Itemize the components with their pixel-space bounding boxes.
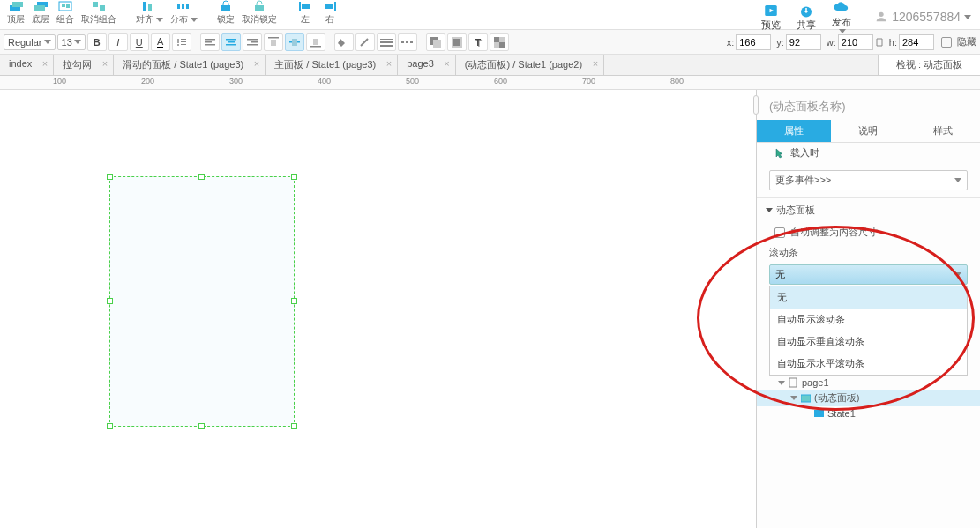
x-input[interactable] <box>736 34 771 50</box>
publish-label: 发布 <box>832 16 851 29</box>
left-button[interactable]: 左 <box>293 0 318 26</box>
scrollbar-dropdown: 无自动显示滚动条自动显示垂直滚动条自动显示水平滚动条 <box>769 286 968 376</box>
align-right-button[interactable] <box>243 33 262 51</box>
autofit-checkbox[interactable] <box>774 227 785 238</box>
unlock-button[interactable]: 取消锁定 <box>238 0 281 26</box>
resize-handle-tr[interactable] <box>291 174 297 180</box>
line-style-button[interactable] <box>398 33 417 51</box>
tab-1[interactable]: 拉勾网× <box>54 55 114 75</box>
svg-rect-45 <box>380 41 393 43</box>
inner-shadow-button[interactable] <box>447 33 467 51</box>
tab-3[interactable]: 主面板 / State1 (page3)× <box>266 55 398 75</box>
align-button[interactable]: 对齐 <box>132 0 167 26</box>
outer-shadow-button[interactable] <box>426 33 445 51</box>
resize-handle-br[interactable] <box>291 423 297 429</box>
publish-button[interactable]: 发布 <box>827 0 857 33</box>
valign-middle-button[interactable] <box>285 33 304 51</box>
svg-rect-19 <box>325 4 333 9</box>
panel-collapse-handle[interactable] <box>753 95 759 115</box>
top-layer-button[interactable]: 顶层 <box>4 0 28 26</box>
underline-button[interactable]: U <box>130 33 149 51</box>
tab-close-icon[interactable]: × <box>254 58 259 69</box>
group-button[interactable]: 组合 <box>53 0 78 26</box>
italic-button[interactable]: I <box>108 33 128 51</box>
text-shadow-button[interactable]: T <box>468 33 488 51</box>
opacity-button[interactable] <box>490 33 509 51</box>
canvas[interactable] <box>0 90 756 528</box>
svg-rect-29 <box>205 39 215 41</box>
tree-row-(动态面板)[interactable]: (动态面板) <box>757 390 980 406</box>
tab-close-icon[interactable]: × <box>42 58 48 69</box>
scrollbar-option-1[interactable]: 自动显示滚动条 <box>770 309 967 331</box>
bottom-layer-icon <box>32 0 49 12</box>
scrollbar-option-2[interactable]: 自动显示垂直滚动条 <box>770 331 967 353</box>
svg-rect-14 <box>221 5 230 11</box>
bottom-layer-button[interactable]: 底层 <box>28 0 53 26</box>
tree-row-State1[interactable]: State1 <box>757 406 980 420</box>
scrollbar-option-0[interactable]: 无 <box>770 286 967 309</box>
line-width-button[interactable] <box>377 33 396 51</box>
align-left-button[interactable] <box>200 33 220 51</box>
right-button[interactable]: 右 <box>318 0 342 26</box>
user-account[interactable]: 1206557884 <box>869 10 976 24</box>
valign-bottom-button[interactable] <box>306 33 325 51</box>
w-input[interactable] <box>838 34 873 50</box>
distribute-button[interactable]: 分布 <box>167 0 201 26</box>
tab-close-icon[interactable]: × <box>386 58 392 69</box>
tab-0[interactable]: index× <box>0 55 54 75</box>
subtab-style[interactable]: 样式 <box>906 120 980 142</box>
scrollbar-select[interactable]: 无 <box>769 264 968 285</box>
chevron-down-icon[interactable] <box>790 396 797 400</box>
main-area: (动态面板名称) 属性 说明 样式 载入时 更多事件>>> 动态面板 自动调整为… <box>0 90 980 528</box>
h-input[interactable] <box>899 34 934 50</box>
resize-handle-bm[interactable] <box>198 423 205 429</box>
event-onload[interactable]: 载入时 <box>757 143 980 163</box>
autofit-row[interactable]: 自动调整为内容尺寸 <box>757 222 980 242</box>
valign-top-button[interactable] <box>264 33 283 51</box>
lock-button[interactable]: 锁定 <box>213 0 238 26</box>
hidden-checkbox[interactable] <box>941 37 952 48</box>
font-style-select[interactable]: Regular <box>4 34 56 50</box>
bold-button[interactable]: B <box>87 33 107 51</box>
link-wh-icon[interactable] <box>875 37 884 48</box>
y-input[interactable] <box>786 34 821 50</box>
align-center-button[interactable] <box>221 33 241 51</box>
ruler-tick: 100 <box>53 77 66 86</box>
preview-button[interactable]: 预览 <box>756 3 786 32</box>
chevron-down-icon[interactable] <box>778 381 785 385</box>
resize-handle-tm[interactable] <box>198 174 205 180</box>
svg-rect-35 <box>247 39 258 41</box>
subtab-properties[interactable]: 属性 <box>757 120 831 142</box>
hidden-label: 隐藏 <box>957 35 976 48</box>
resize-handle-ml[interactable] <box>107 298 113 304</box>
tab-close-icon[interactable]: × <box>593 58 598 69</box>
svg-rect-10 <box>148 4 152 11</box>
horizontal-ruler: 0100200300400500600700800 <box>0 76 980 90</box>
dynamic-panel-rect[interactable] <box>109 176 295 427</box>
scrollbar-option-3[interactable]: 自动显示水平滚动条 <box>770 353 967 375</box>
subtab-notes[interactable]: 说明 <box>831 120 905 142</box>
bullet-button[interactable] <box>172 33 191 51</box>
font-size-select[interactable]: 13 <box>57 34 86 50</box>
svg-rect-38 <box>268 37 279 39</box>
fill-color-button[interactable] <box>334 33 354 51</box>
more-events-select[interactable]: 更多事件>>> <box>769 170 968 190</box>
font-color-button[interactable]: A <box>151 33 170 51</box>
share-button[interactable]: 共享 <box>791 3 821 32</box>
svg-rect-11 <box>177 4 180 9</box>
svg-rect-5 <box>62 4 65 7</box>
line-color-button[interactable] <box>355 33 375 51</box>
tab-5[interactable]: (动态面板) / State1 (page2)× <box>456 55 604 75</box>
tab-close-icon[interactable]: × <box>102 58 108 69</box>
tab-close-icon[interactable]: × <box>444 58 449 69</box>
ungroup-button[interactable]: 取消组合 <box>78 0 120 26</box>
tab-2[interactable]: 滑动的面板 / State1 (page3)× <box>114 55 266 75</box>
x-label: x: <box>727 37 735 48</box>
resize-handle-tl[interactable] <box>107 174 113 180</box>
section-dynamic-panel[interactable]: 动态面板 <box>757 197 980 222</box>
resize-handle-mr[interactable] <box>291 298 297 304</box>
svg-rect-28 <box>181 44 186 45</box>
resize-handle-bl[interactable] <box>107 423 113 429</box>
tree-row-page1[interactable]: page1 <box>757 376 980 390</box>
tab-4[interactable]: page3× <box>398 55 456 75</box>
